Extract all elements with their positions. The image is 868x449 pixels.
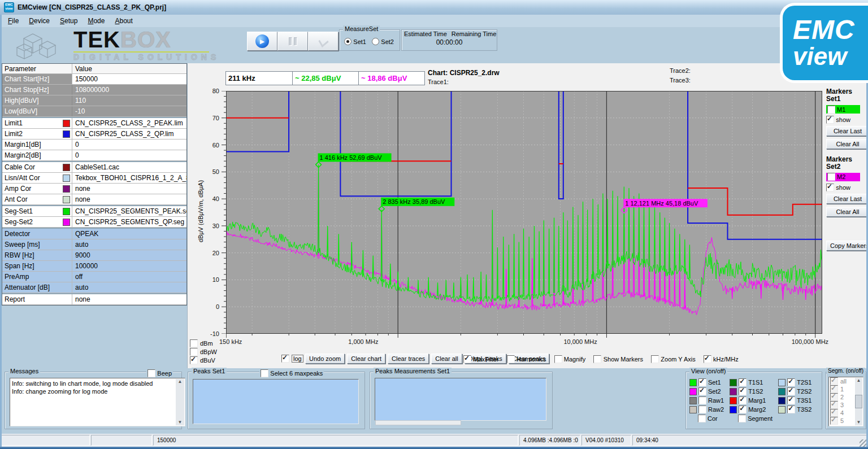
messages-listbox[interactable]: ▲▼ Info: switching to lin chart mode, lo… (10, 378, 185, 426)
menu-item-mode[interactable]: Mode (84, 16, 111, 27)
param-value[interactable]: 9000 (72, 250, 186, 260)
marker-m1-field[interactable]: M1 (826, 105, 860, 114)
view-toggle-set1[interactable]: Set1 (689, 378, 724, 387)
beep-checkbox[interactable]: Beep (146, 369, 173, 377)
set2-clear-all-button[interactable]: Clear All (826, 207, 868, 217)
title-bar[interactable]: EMCview EMCview [CN_CISPR25_CLASS_2_PK_Q… (0, 0, 868, 15)
menu-item-about[interactable]: About (111, 16, 139, 27)
segm-scrollbar[interactable]: ▲▼ (855, 378, 862, 425)
peaks-set1-listbox[interactable] (193, 379, 359, 424)
param-value[interactable]: Tekbox_TBOH01_CISPR16_1_2_A_8.lsc (72, 173, 186, 183)
set1-clear-last-button[interactable]: Clear Last (826, 126, 868, 136)
param-value[interactable]: -10 (72, 106, 186, 116)
param-value[interactable]: 150000 (72, 74, 186, 84)
param-value[interactable]: 108000000 (72, 85, 186, 95)
param-row-limit1[interactable]: Limit1CN_CISPR25_CLASS_2_PEAK.lim (2, 117, 186, 129)
param-value[interactable]: 110 (72, 95, 186, 106)
unit-checkbox-dbm[interactable]: dBm (190, 339, 217, 347)
param-row-report[interactable]: Reportnone (2, 293, 186, 305)
param-row-margin1-db-[interactable]: Margin1[dB]0 (2, 140, 186, 150)
copy-markers-button[interactable]: Copy Markers (826, 241, 868, 251)
view-toggle-t2s1[interactable]: T2S1 (778, 378, 811, 387)
param-value[interactable]: auto (72, 282, 186, 293)
view-toggle-t1s2[interactable]: T1S2 (730, 387, 772, 396)
cursor-frequency-field[interactable]: 211 kHz (225, 71, 293, 85)
undo-zoom-button[interactable]: Undo zoom (305, 354, 345, 364)
menu-item-file[interactable]: File (5, 16, 25, 27)
param-row-rbw-hz-[interactable]: RBW [Hz]9000 (2, 250, 186, 261)
option-show-markers[interactable]: Show Markers (593, 355, 643, 363)
spectrum-plot[interactable]: 1 416 kHz 52,69 dBuV2 835 kHz 35,89 dBuV… (226, 91, 822, 334)
param-value[interactable]: 0 (72, 150, 186, 160)
view-toggle-segment[interactable]: Segment (730, 414, 772, 423)
param-row-high-dbuv-[interactable]: High[dBuV]110 (2, 95, 186, 106)
view-toggle-t1s1[interactable]: T1S1 (730, 378, 772, 387)
param-row-seg-set1[interactable]: Seg-Set1CN_CISPR25_SEGMENTS_PEAK.seg (2, 205, 186, 217)
param-value[interactable]: CN_CISPR25_SEGMENTS_PEAK.seg (72, 206, 186, 216)
param-row-margin2-db-[interactable]: Margin2[dB]0 (2, 150, 186, 161)
param-value[interactable]: 0 (72, 140, 186, 150)
view-toggle-marg1[interactable]: Marg1 (730, 396, 772, 405)
param-row-detector[interactable]: DetectorQPEAK (2, 228, 186, 239)
param-row-seg-set2[interactable]: Seg-Set2CN_CISPR25_SEGMENTS_QP.seg (2, 217, 186, 228)
messages-scrollbar[interactable]: ▲▼ (176, 379, 184, 425)
view-toggle-t3s1[interactable]: T3S1 (778, 396, 811, 405)
option-khz-mhz[interactable]: kHz/MHz (704, 355, 739, 363)
view-toggle-marg2[interactable]: Marg2 (730, 405, 772, 414)
measureset-set2-radio[interactable]: Set2 (372, 37, 394, 45)
unit-checkbox-dbuv[interactable]: dBuV (190, 356, 217, 364)
param-value[interactable]: auto (72, 239, 186, 250)
measureset-set1-radio[interactable]: Set1 (344, 37, 366, 45)
clear-traces-button[interactable]: Clear traces (388, 354, 429, 364)
param-value[interactable]: 100000 (72, 261, 186, 271)
menu-item-device[interactable]: Device (25, 16, 57, 27)
marker-m2-field[interactable]: M2 (826, 173, 860, 181)
option-maxfilter[interactable]: MaxFilter (463, 355, 499, 363)
view-toggle-raw1[interactable]: Raw1 (689, 396, 724, 405)
param-row-span-hz-[interactable]: Span [Hz]100000 (2, 261, 186, 272)
set1-clear-all-button[interactable]: Clear All (826, 139, 868, 149)
param-row-cable-cor[interactable]: Cable CorCableSet1.cac (2, 161, 186, 173)
segm-listbox[interactable]: ▲▼ all12345 (828, 377, 863, 426)
param-row-chart-start-hz-[interactable]: Chart Start[Hz]150000 (2, 74, 186, 85)
param-row-low-dbuv-[interactable]: Low[dBuV]-10 (2, 106, 186, 117)
param-value[interactable]: none (72, 294, 186, 304)
markers-set2-show-checkbox[interactable]: show (826, 183, 865, 191)
markers-set1-show-checkbox[interactable]: show (826, 115, 865, 124)
param-row-lisn-att-cor[interactable]: Lisn/Att CorTekbox_TBOH01_CISPR16_1_2_A_… (2, 173, 186, 184)
param-row-amp-cor[interactable]: Amp Cornone (2, 184, 186, 194)
param-row-limit2[interactable]: Limit2CN_CISPR25_CLASS_2_QP.lim (2, 129, 186, 140)
param-value[interactable]: CN_CISPR25_SEGMENTS_QP.seg (72, 217, 186, 227)
param-row-ant-cor[interactable]: Ant Cornone (2, 194, 186, 205)
view-toggle-raw2[interactable]: Raw2 (689, 405, 724, 414)
param-row-chart-stop-hz-[interactable]: Chart Stop[Hz]108000000 (2, 85, 186, 95)
option-harmonics[interactable]: Harmonics (507, 355, 546, 363)
view-toggle-set2[interactable]: Set2 (689, 387, 724, 396)
param-row-preamp[interactable]: PreAmpoff (2, 272, 186, 282)
clear-all-button[interactable]: Clear all (431, 354, 462, 364)
param-value[interactable]: CN_CISPR25_CLASS_2_PEAK.lim (72, 118, 186, 128)
set2-clear-last-button[interactable]: Clear Last (826, 194, 868, 204)
param-row-attenuator-db-[interactable]: Attenuator [dB]auto (2, 282, 186, 293)
param-value[interactable]: none (72, 194, 186, 204)
param-value[interactable]: none (72, 184, 186, 194)
menu-item-setup[interactable]: Setup (57, 16, 84, 27)
select6-checkbox[interactable]: Select 6 maxpeaks (259, 369, 324, 377)
param-row-sweep-ms-[interactable]: Sweep [ms]auto (2, 239, 186, 250)
view-toggle-t3s2[interactable]: T3S2 (778, 405, 811, 414)
log-checkbox[interactable]: log (281, 355, 303, 363)
run-button[interactable]: ▶ (247, 32, 277, 51)
param-value[interactable]: QPEAK (72, 229, 186, 239)
view-toggle-cor[interactable]: Cor (689, 414, 724, 423)
stop-button[interactable] (308, 32, 338, 51)
param-value[interactable]: CN_CISPR25_CLASS_2_QP.lim (72, 129, 186, 139)
clear-chart-button[interactable]: Clear chart (347, 354, 385, 364)
view-toggle-t2s2[interactable]: T2S2 (778, 387, 811, 396)
peaks-measurements-hscrollbar[interactable] (375, 420, 461, 425)
option-zoom-y-axis[interactable]: Zoom Y Axis (651, 355, 696, 363)
pause-button[interactable] (277, 32, 308, 51)
peaks-measurements-listbox[interactable] (375, 378, 546, 421)
param-value[interactable]: CableSet1.cac (72, 162, 186, 172)
option-magnify[interactable]: Magnify (554, 355, 586, 363)
param-value[interactable]: off (72, 272, 186, 282)
